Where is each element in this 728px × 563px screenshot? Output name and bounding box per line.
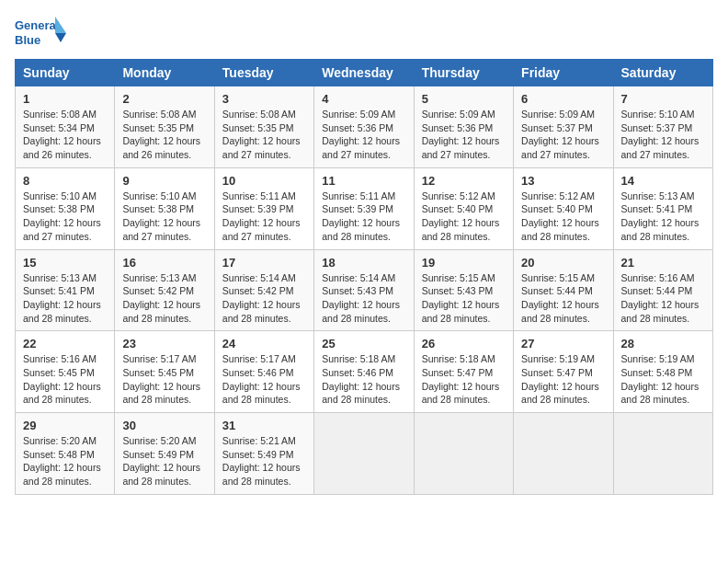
table-cell: [314, 413, 414, 495]
day-number: 24: [222, 337, 306, 350]
day-info: Sunrise: 5:16 AMSunset: 5:45 PMDaylight:…: [23, 352, 107, 407]
table-cell: 6Sunrise: 5:09 AMSunset: 5:37 PMDaylight…: [514, 86, 613, 168]
day-info: Sunrise: 5:11 AMSunset: 5:39 PMDaylight:…: [222, 190, 306, 244]
table-cell: 24Sunrise: 5:17 AMSunset: 5:46 PMDayligh…: [214, 331, 313, 413]
day-info: Sunrise: 5:09 AMSunset: 5:37 PMDaylight:…: [521, 108, 605, 162]
week-row-3: 15Sunrise: 5:13 AMSunset: 5:41 PMDayligh…: [16, 249, 713, 331]
day-info: Sunrise: 5:19 AMSunset: 5:47 PMDaylight:…: [521, 352, 605, 407]
table-cell: 28Sunrise: 5:19 AMSunset: 5:48 PMDayligh…: [613, 331, 712, 413]
week-row-1: 1Sunrise: 5:08 AMSunset: 5:34 PMDaylight…: [16, 86, 713, 168]
day-number: 2: [122, 92, 206, 106]
day-info: Sunrise: 5:10 AMSunset: 5:38 PMDaylight:…: [122, 190, 206, 244]
day-number: 8: [23, 174, 107, 188]
table-cell: 4Sunrise: 5:09 AMSunset: 5:36 PMDaylight…: [314, 86, 414, 168]
day-info: Sunrise: 5:12 AMSunset: 5:40 PMDaylight:…: [422, 190, 506, 244]
day-number: 29: [23, 419, 107, 432]
header-tuesday: Tuesday: [214, 60, 313, 86]
table-cell: [514, 413, 613, 495]
day-info: Sunrise: 5:15 AMSunset: 5:43 PMDaylight:…: [422, 271, 506, 326]
table-cell: 23Sunrise: 5:17 AMSunset: 5:45 PMDayligh…: [115, 331, 214, 413]
calendar-header: SundayMondayTuesdayWednesdayThursdayFrid…: [16, 60, 713, 86]
table-cell: 2Sunrise: 5:08 AMSunset: 5:35 PMDaylight…: [115, 86, 214, 168]
day-info: Sunrise: 5:09 AMSunset: 5:36 PMDaylight:…: [322, 108, 405, 162]
table-cell: 7Sunrise: 5:10 AMSunset: 5:37 PMDaylight…: [613, 86, 712, 168]
svg-text:Blue: Blue: [15, 33, 40, 47]
day-number: 27: [521, 337, 605, 350]
day-number: 1: [23, 92, 107, 106]
day-number: 25: [322, 337, 405, 350]
day-number: 7: [621, 92, 705, 106]
day-info: Sunrise: 5:21 AMSunset: 5:49 PMDaylight:…: [222, 434, 306, 488]
header-friday: Friday: [514, 60, 613, 86]
header-thursday: Thursday: [414, 60, 513, 86]
svg-marker-3: [55, 33, 66, 42]
day-info: Sunrise: 5:14 AMSunset: 5:42 PMDaylight:…: [222, 271, 306, 326]
table-cell: 3Sunrise: 5:08 AMSunset: 5:35 PMDaylight…: [214, 86, 313, 168]
day-info: Sunrise: 5:08 AMSunset: 5:34 PMDaylight:…: [23, 108, 107, 162]
day-number: 21: [621, 256, 705, 270]
day-number: 11: [322, 174, 405, 188]
day-number: 4: [322, 92, 405, 106]
day-number: 5: [422, 92, 506, 106]
table-cell: 1Sunrise: 5:08 AMSunset: 5:34 PMDaylight…: [16, 86, 115, 168]
table-cell: 26Sunrise: 5:18 AMSunset: 5:47 PMDayligh…: [414, 331, 513, 413]
day-info: Sunrise: 5:18 AMSunset: 5:47 PMDaylight:…: [422, 352, 506, 407]
day-info: Sunrise: 5:12 AMSunset: 5:40 PMDaylight:…: [521, 190, 605, 244]
day-number: 14: [621, 174, 705, 188]
day-number: 30: [122, 419, 206, 432]
table-cell: 12Sunrise: 5:12 AMSunset: 5:40 PMDayligh…: [414, 167, 513, 249]
day-number: 19: [422, 256, 506, 270]
header-saturday: Saturday: [613, 60, 712, 86]
header-wednesday: Wednesday: [314, 60, 414, 86]
week-row-4: 22Sunrise: 5:16 AMSunset: 5:45 PMDayligh…: [16, 331, 713, 413]
table-cell: 29Sunrise: 5:20 AMSunset: 5:48 PMDayligh…: [16, 413, 115, 495]
table-cell: 14Sunrise: 5:13 AMSunset: 5:41 PMDayligh…: [613, 167, 712, 249]
header-monday: Monday: [115, 60, 214, 86]
day-number: 10: [222, 174, 306, 188]
svg-marker-2: [55, 17, 66, 33]
day-number: 13: [521, 174, 605, 188]
day-info: Sunrise: 5:08 AMSunset: 5:35 PMDaylight:…: [222, 108, 306, 162]
day-info: Sunrise: 5:18 AMSunset: 5:46 PMDaylight:…: [322, 352, 405, 407]
day-info: Sunrise: 5:16 AMSunset: 5:44 PMDaylight:…: [621, 271, 705, 326]
table-cell: 21Sunrise: 5:16 AMSunset: 5:44 PMDayligh…: [613, 249, 712, 331]
table-cell: 20Sunrise: 5:15 AMSunset: 5:44 PMDayligh…: [514, 249, 613, 331]
logo-svg: General Blue: [15, 15, 70, 52]
day-info: Sunrise: 5:13 AMSunset: 5:41 PMDaylight:…: [621, 190, 705, 244]
day-info: Sunrise: 5:09 AMSunset: 5:36 PMDaylight:…: [422, 108, 506, 162]
svg-text:General: General: [15, 18, 59, 32]
table-cell: 22Sunrise: 5:16 AMSunset: 5:45 PMDayligh…: [16, 331, 115, 413]
day-info: Sunrise: 5:13 AMSunset: 5:41 PMDaylight:…: [23, 271, 107, 326]
day-number: 6: [521, 92, 605, 106]
day-number: 12: [422, 174, 506, 188]
day-info: Sunrise: 5:10 AMSunset: 5:37 PMDaylight:…: [621, 108, 705, 162]
table-cell: 17Sunrise: 5:14 AMSunset: 5:42 PMDayligh…: [214, 249, 313, 331]
day-number: 20: [521, 256, 605, 270]
table-cell: 16Sunrise: 5:13 AMSunset: 5:42 PMDayligh…: [115, 249, 214, 331]
table-cell: 27Sunrise: 5:19 AMSunset: 5:47 PMDayligh…: [514, 331, 613, 413]
table-cell: 18Sunrise: 5:14 AMSunset: 5:43 PMDayligh…: [314, 249, 414, 331]
day-info: Sunrise: 5:08 AMSunset: 5:35 PMDaylight:…: [122, 108, 206, 162]
day-info: Sunrise: 5:17 AMSunset: 5:45 PMDaylight:…: [122, 352, 206, 407]
day-number: 15: [23, 256, 107, 270]
calendar-table: SundayMondayTuesdayWednesdayThursdayFrid…: [15, 59, 713, 495]
table-cell: 8Sunrise: 5:10 AMSunset: 5:38 PMDaylight…: [16, 167, 115, 249]
day-number: 23: [122, 337, 206, 350]
day-number: 28: [621, 337, 705, 350]
day-number: 16: [122, 256, 206, 270]
day-info: Sunrise: 5:11 AMSunset: 5:39 PMDaylight:…: [322, 190, 405, 244]
table-cell: 31Sunrise: 5:21 AMSunset: 5:49 PMDayligh…: [214, 413, 313, 495]
day-info: Sunrise: 5:20 AMSunset: 5:49 PMDaylight:…: [122, 434, 206, 488]
day-info: Sunrise: 5:17 AMSunset: 5:46 PMDaylight:…: [222, 352, 306, 407]
table-cell: [414, 413, 513, 495]
day-number: 17: [222, 256, 306, 270]
day-info: Sunrise: 5:15 AMSunset: 5:44 PMDaylight:…: [521, 271, 605, 326]
table-cell: 13Sunrise: 5:12 AMSunset: 5:40 PMDayligh…: [514, 167, 613, 249]
day-info: Sunrise: 5:10 AMSunset: 5:38 PMDaylight:…: [23, 190, 107, 244]
logo: General Blue: [15, 15, 70, 52]
week-row-2: 8Sunrise: 5:10 AMSunset: 5:38 PMDaylight…: [16, 167, 713, 249]
table-cell: 15Sunrise: 5:13 AMSunset: 5:41 PMDayligh…: [16, 249, 115, 331]
day-number: 3: [222, 92, 306, 106]
table-cell: 19Sunrise: 5:15 AMSunset: 5:43 PMDayligh…: [414, 249, 513, 331]
day-info: Sunrise: 5:19 AMSunset: 5:48 PMDaylight:…: [621, 352, 705, 407]
